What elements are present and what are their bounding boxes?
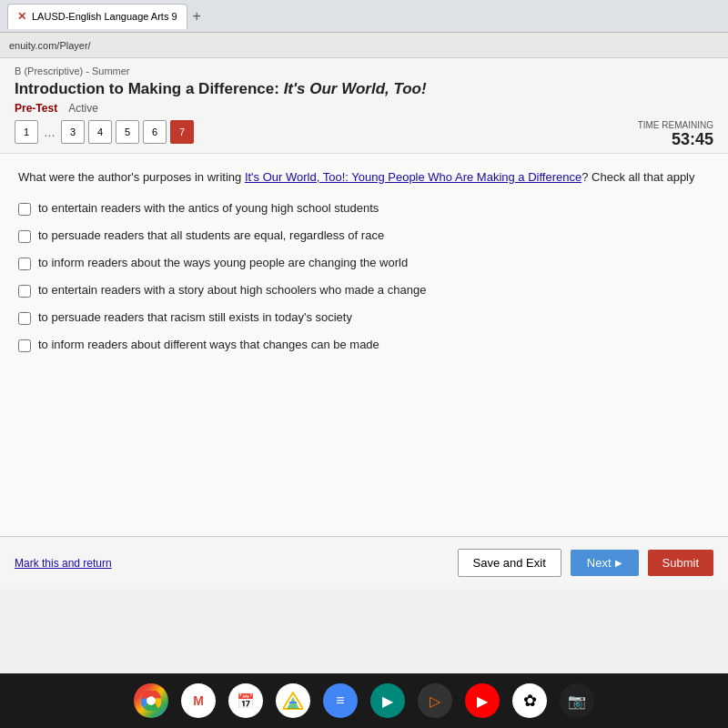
page-header: B (Prescriptive) - Summer Introduction t…	[0, 58, 728, 154]
action-buttons: Save and Exit Next Submit	[458, 549, 713, 577]
content-area: B (Prescriptive) - Summer Introduction t…	[0, 58, 728, 673]
taskbar: M 📅 ≡ ▶ ▷ ▶ ✿ 📷	[0, 673, 728, 728]
title-italic: It's Our World, Too!	[284, 80, 427, 97]
option-label-5: to persuade readers that racism still ex…	[38, 310, 352, 324]
question-text: What were the author's purposes in writi…	[18, 168, 710, 187]
q-btn-7[interactable]: 7	[170, 120, 194, 144]
checkbox-6[interactable]	[18, 339, 31, 352]
tab-close-icon[interactable]: ✕	[17, 10, 26, 23]
q-btn-5[interactable]: 5	[116, 120, 139, 144]
next-button[interactable]: Next	[571, 550, 639, 576]
option-label-4: to entertain readers with a story about …	[38, 283, 426, 297]
checkbox-3[interactable]	[18, 258, 31, 270]
browser-chrome: ✕ LAUSD-English Language Arts 9 +	[0, 0, 728, 33]
breadcrumb: B (Prescriptive) - Summer	[15, 66, 713, 76]
tab-label: LAUSD-English Language Arts 9	[32, 11, 177, 22]
answer-option-6: to inform readers about different ways t…	[18, 338, 710, 352]
mark-return-link[interactable]: Mark this and return	[15, 557, 112, 570]
drive-icon[interactable]	[276, 683, 310, 718]
submit-button[interactable]: Submit	[648, 550, 713, 576]
meet-icon[interactable]: ▶	[370, 683, 405, 718]
question-text-after: ? Check all that apply	[581, 170, 694, 184]
question-content: What were the author's purposes in writi…	[0, 154, 728, 536]
q-btn-1[interactable]: 1	[15, 120, 38, 144]
camera-icon[interactable]: 📷	[560, 683, 594, 718]
answer-option-2: to persuade readers that all students ar…	[18, 228, 710, 243]
checkbox-5[interactable]	[18, 312, 31, 325]
chrome-icon[interactable]	[134, 683, 168, 718]
question-nav: 1 … 3 4 5 6 7 TIME REMAINING 53:45	[15, 120, 713, 144]
checkbox-2[interactable]	[18, 230, 31, 243]
bottom-bar: Mark this and return Save and Exit Next …	[0, 536, 728, 589]
page-title: Introduction to Making a Difference: It'…	[15, 80, 713, 98]
book-link[interactable]: It's Our World, Too!: Young People Who A…	[245, 170, 581, 184]
title-text: Introduction to Making a Difference:	[15, 80, 284, 97]
answer-option-4: to entertain readers with a story about …	[18, 283, 710, 298]
option-label-3: to inform readers about the ways young p…	[38, 256, 408, 269]
answer-option-3: to inform readers about the ways young p…	[18, 256, 710, 270]
time-remaining: TIME REMAINING 53:45	[638, 120, 713, 149]
active-tab[interactable]: ✕ LAUSD-English Language Arts 9	[7, 4, 187, 29]
gmail-icon[interactable]: M	[181, 683, 216, 718]
answer-option-5: to persuade readers that racism still ex…	[18, 310, 710, 325]
option-label-1: to entertain readers with the antics of …	[38, 201, 379, 215]
option-label-2: to persuade readers that all students ar…	[38, 228, 384, 242]
question-text-before: What were the author's purposes in writi…	[18, 170, 245, 184]
q-btn-3[interactable]: 3	[61, 120, 85, 144]
q-btn-6[interactable]: 6	[143, 120, 167, 144]
time-label: TIME REMAINING	[638, 120, 713, 130]
option-label-6: to inform readers about different ways t…	[38, 338, 379, 351]
answer-option-1: to entertain readers with the antics of …	[18, 201, 710, 216]
calendar-icon[interactable]: 📅	[228, 683, 263, 718]
active-label: Active	[68, 102, 98, 115]
tab-bar: ✕ LAUSD-English Language Arts 9 +	[7, 0, 201, 32]
new-tab-button[interactable]: +	[193, 8, 201, 25]
youtube-icon[interactable]: ▶	[465, 683, 500, 718]
play-store-icon[interactable]: ▷	[418, 683, 452, 718]
checkbox-4[interactable]	[18, 285, 31, 298]
url-text: enuity.com/Player/	[9, 40, 91, 51]
docs-icon[interactable]: ≡	[323, 683, 358, 718]
save-exit-button[interactable]: Save and Exit	[458, 549, 561, 577]
q-btn-4[interactable]: 4	[88, 120, 112, 144]
time-value: 53:45	[638, 130, 713, 149]
pre-test-label: Pre-Test	[15, 102, 57, 115]
status-row: Pre-Test Active	[15, 102, 713, 115]
address-bar[interactable]: enuity.com/Player/	[0, 33, 728, 58]
checkbox-1[interactable]	[18, 203, 31, 216]
photos-icon[interactable]: ✿	[512, 683, 547, 718]
